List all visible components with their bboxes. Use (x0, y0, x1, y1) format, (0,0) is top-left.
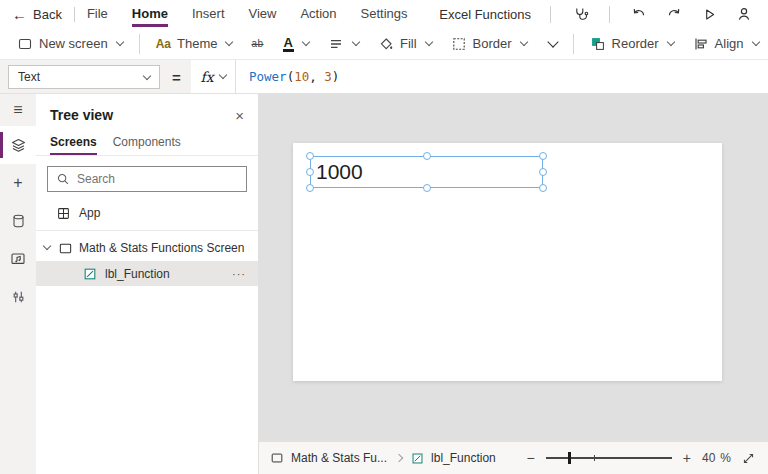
screen-icon (17, 36, 33, 52)
label-control-icon (411, 452, 424, 465)
canvas-area[interactable]: 1000 (259, 94, 768, 474)
main-menu: File Home Insert View Action Settings (87, 0, 408, 28)
zoom-slider-tick (594, 455, 596, 461)
tab-screens[interactable]: Screens (50, 135, 97, 155)
zoom-value: 40 (702, 451, 715, 465)
top-menu-bar: ← Back File Home Insert View Action Sett… (0, 0, 768, 28)
zoom-slider[interactable] (546, 451, 672, 465)
tree-search[interactable] (47, 166, 247, 192)
selection-handle[interactable] (423, 152, 431, 160)
rail-media[interactable] (0, 240, 36, 278)
border-icon (451, 36, 467, 52)
fill-button[interactable]: Fill (369, 29, 441, 59)
rail-advanced-tools[interactable] (0, 278, 36, 316)
menu-home[interactable]: Home (132, 0, 168, 28)
search-icon (56, 172, 70, 186)
menu-insert[interactable]: Insert (192, 0, 225, 28)
chevron-down-icon (547, 36, 558, 47)
app-screen-page[interactable]: 1000 (293, 143, 722, 381)
divider (74, 7, 75, 22)
border-button[interactable]: Border (442, 29, 536, 59)
formula-strip: fx Power(10, 3) (191, 60, 768, 93)
more-options-icon[interactable]: ··· (232, 268, 246, 280)
reorder-button[interactable]: Reorder (581, 29, 683, 59)
fx-icon: fx (200, 69, 213, 85)
toolbar-overflow-button[interactable] (537, 29, 566, 59)
menu-action[interactable]: Action (300, 0, 336, 28)
zoom-slider-thumb[interactable] (568, 452, 571, 464)
menu-file[interactable]: File (87, 0, 108, 28)
selection-handle[interactable] (306, 152, 314, 160)
screen-icon (270, 451, 284, 465)
chevron-down-icon (424, 38, 432, 46)
menu-settings[interactable]: Settings (361, 0, 408, 28)
align-label: Align (715, 36, 744, 51)
strikethrough-icon: ab (251, 38, 263, 49)
undo-icon[interactable] (629, 3, 649, 25)
formula-bar: Text = fx Power(10, 3) (0, 60, 768, 94)
formula-input[interactable]: Power(10, 3) (236, 60, 339, 93)
equals-sign: = (172, 60, 181, 94)
redo-icon[interactable] (664, 3, 684, 25)
zoom-unit: % (720, 451, 731, 465)
selection-handle[interactable] (539, 168, 547, 176)
chevron-expanded-icon[interactable] (43, 242, 51, 250)
rail-tree-view[interactable] (0, 126, 36, 164)
reorder-label: Reorder (612, 36, 659, 51)
selected-label-control[interactable]: 1000 (310, 156, 543, 188)
formula-arg2: 3 (324, 69, 332, 84)
text-align-button[interactable] (319, 29, 368, 59)
tab-components[interactable]: Components (113, 135, 181, 155)
tree-item-control-selected[interactable]: lbl_Function ··· (36, 261, 258, 286)
selection-handle[interactable] (306, 184, 314, 192)
back-button[interactable]: ← Back (12, 6, 62, 23)
selection-handle[interactable] (306, 168, 314, 176)
chevron-down-icon (143, 71, 151, 79)
account-icon[interactable] (734, 3, 754, 25)
chevron-down-icon (302, 38, 310, 46)
breadcrumb-screen[interactable]: Math & Stats Fu... (270, 451, 387, 465)
tree-item-screen[interactable]: Math & Stats Functions Screen (36, 235, 258, 261)
app-checker-icon[interactable] (570, 3, 590, 25)
tree-item-app[interactable]: App (36, 200, 258, 226)
app-icon (56, 206, 71, 221)
breadcrumb-separator-icon (395, 454, 403, 462)
chevron-down-icon (225, 38, 233, 46)
strikethrough-button[interactable]: ab (242, 29, 272, 59)
tree-view-icon (10, 137, 27, 154)
breadcrumb: Math & Stats Fu... lbl_Function (259, 451, 496, 465)
fx-button[interactable]: fx (191, 60, 236, 93)
divider (139, 34, 140, 54)
align-button[interactable]: Align (684, 29, 768, 59)
property-dropdown[interactable]: Text (8, 65, 160, 89)
zoom-out-button[interactable]: − (527, 451, 535, 465)
rail-hamburger[interactable]: ≡ (0, 94, 36, 126)
border-label: Border (473, 36, 512, 51)
rail-insert[interactable]: + (0, 164, 36, 202)
breadcrumb-control[interactable]: lbl_Function (411, 451, 496, 465)
back-label: Back (33, 7, 62, 22)
formula-comma: , (309, 69, 324, 84)
font-color-button[interactable]: A (274, 29, 318, 59)
selection-handle[interactable] (539, 184, 547, 192)
theme-icon: Aa (156, 37, 171, 51)
play-preview-icon[interactable] (699, 3, 719, 25)
fit-to-window-button[interactable] (742, 452, 755, 465)
selection-handle[interactable] (423, 184, 431, 192)
fill-label: Fill (400, 36, 417, 51)
rail-data[interactable] (0, 202, 36, 240)
close-icon[interactable]: × (235, 108, 244, 123)
chevron-down-icon (666, 38, 674, 46)
chevron-down-icon (115, 38, 123, 46)
back-arrow-icon: ← (12, 6, 27, 23)
zoom-in-button[interactable]: + (683, 451, 691, 465)
theme-button[interactable]: Aa Theme (147, 29, 242, 59)
zoom-slider-track[interactable] (546, 457, 672, 459)
chevron-down-icon (751, 38, 759, 46)
new-screen-button[interactable]: New screen (8, 29, 132, 59)
divider (609, 6, 610, 23)
search-input[interactable] (77, 172, 238, 186)
menu-view[interactable]: View (249, 0, 277, 28)
plus-icon: + (13, 175, 22, 191)
selection-handle[interactable] (539, 152, 547, 160)
